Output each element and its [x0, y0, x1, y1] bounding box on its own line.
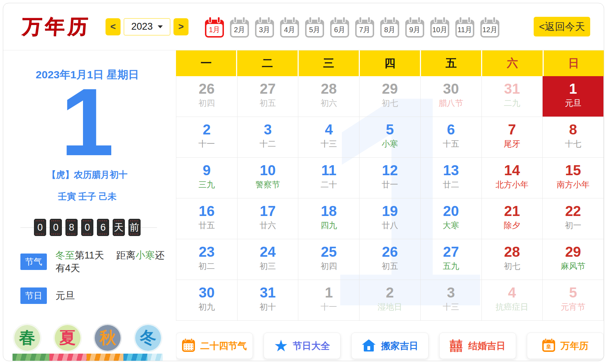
shortcut-1-button[interactable]: 二十四节气 [176, 333, 253, 359]
date-cell-31[interactable]: 31二九 [482, 76, 543, 117]
date-lunar-label: 腊八节 [439, 99, 463, 107]
calendar-ring-icon [468, 16, 471, 23]
date-cell-11[interactable]: 11二十 [298, 158, 359, 198]
year-select[interactable]: 2023 [124, 18, 170, 35]
year-navigation: < 2023 > [106, 18, 189, 35]
star-icon: ★ [274, 339, 287, 353]
shortcut-2-button[interactable]: ★节日大全 [264, 333, 341, 359]
date-cell-4[interactable]: 4十三 [298, 117, 359, 158]
date-cell-16[interactable]: 16廿五 [176, 198, 238, 239]
date-lunar-label: 十一 [199, 140, 215, 148]
date-cell-6[interactable]: 6十五 [421, 117, 482, 158]
month-tab-10[interactable]: 10月 [430, 20, 449, 38]
date-cell-27[interactable]: 27五九 [421, 239, 482, 280]
date-cell-26[interactable]: 26初五 [359, 239, 421, 280]
shortcut-4-button[interactable]: 囍结婚吉日 [439, 333, 516, 359]
date-cell-26[interactable]: 26初四 [176, 76, 238, 117]
shortcut-label: 二十四节气 [200, 340, 247, 352]
solar-term-daycount: 第11天 [75, 250, 104, 261]
date-cell-30[interactable]: 30腊八节 [421, 76, 482, 117]
date-cell-24[interactable]: 24初三 [238, 239, 299, 280]
date-lunar-label: 廿二 [443, 181, 459, 189]
date-cell-5[interactable]: 5小寒 [359, 117, 421, 158]
countdown-tile-4: 0 [81, 219, 93, 236]
date-number: 5 [386, 122, 394, 137]
calendar-ring-icon [259, 16, 262, 23]
date-cell-31[interactable]: 31初十 [238, 280, 299, 321]
date-cell-15[interactable]: 15南方小年 [543, 158, 604, 198]
month-tab-label: 6月 [332, 24, 348, 36]
back-to-today-button[interactable]: <返回今天 [534, 17, 590, 36]
month-tab-5[interactable]: 5月 [305, 20, 324, 38]
date-cell-19[interactable]: 19廿八 [359, 198, 421, 239]
month-tab-2[interactable]: 2月 [230, 20, 249, 38]
date-number: 13 [443, 163, 459, 177]
date-cell-29[interactable]: 29麻风节 [543, 239, 604, 280]
calendar-ring-icon [367, 16, 371, 23]
date-cell-14[interactable]: 14北方小年 [482, 158, 543, 198]
date-number: 12 [382, 163, 398, 177]
date-cell-2[interactable]: 2湿地日 [359, 280, 421, 321]
date-number: 18 [321, 204, 337, 218]
month-tab-9[interactable]: 9月 [405, 20, 424, 38]
calendar-icon: 皇 [542, 340, 555, 352]
date-cell-29[interactable]: 29初七 [359, 76, 421, 117]
calendar-ring-icon [334, 16, 337, 23]
shortcut-3-button[interactable]: 搬家吉日 [351, 333, 428, 359]
date-cell-5[interactable]: 5元宵节 [543, 280, 604, 321]
date-cell-21[interactable]: 21除夕 [482, 198, 543, 239]
date-cell-1[interactable]: 1十一 [298, 280, 359, 321]
date-cell-17[interactable]: 17廿六 [238, 198, 299, 239]
date-lunar-label: 小寒 [382, 140, 398, 148]
date-cell-20[interactable]: 20大寒 [421, 198, 482, 239]
month-tab-3[interactable]: 3月 [255, 20, 274, 38]
month-tab-12[interactable]: 12月 [480, 20, 499, 38]
date-cell-23[interactable]: 23初二 [176, 239, 238, 280]
calendar-ring-icon [459, 16, 462, 23]
shortcut-5-button[interactable]: 皇万年历 [527, 333, 604, 359]
date-number: 3 [264, 122, 271, 137]
date-lunar-label: 初五 [382, 262, 398, 270]
date-cell-4[interactable]: 4抗癌症日 [482, 280, 543, 321]
date-cell-2[interactable]: 2十一 [176, 117, 238, 158]
date-cell-27[interactable]: 27初五 [238, 76, 299, 117]
month-tab-6[interactable]: 6月 [330, 20, 349, 38]
month-tab-8[interactable]: 8月 [380, 20, 399, 38]
solar-term-name: 冬至 [55, 250, 75, 261]
festival-row: 节日 元旦 [3, 287, 171, 304]
calendar-ring-icon [409, 16, 412, 23]
date-cell-25[interactable]: 25初四 [298, 239, 359, 280]
date-cell-3[interactable]: 3十三 [421, 280, 482, 321]
date-cell-12[interactable]: 12廿一 [359, 158, 421, 198]
date-cell-3[interactable]: 3十二 [238, 117, 299, 158]
calendar-icon-face [183, 343, 194, 350]
date-lunar-label: 十七 [565, 140, 581, 148]
date-lunar-label: 初七 [504, 262, 520, 270]
date-cell-9[interactable]: 9三九 [176, 158, 238, 198]
calendar-ring-icon [442, 16, 446, 23]
prev-year-button[interactable]: < [106, 18, 121, 35]
month-tab-11[interactable]: 11月 [455, 20, 474, 38]
date-cell-10[interactable]: 10警察节 [238, 158, 299, 198]
date-cell-8[interactable]: 8十七 [543, 117, 604, 158]
date-cell-28[interactable]: 28初六 [298, 76, 359, 117]
date-lunar-label: 元宵节 [561, 303, 586, 311]
date-cell-13[interactable]: 13廿二 [421, 158, 482, 198]
next-year-button[interactable]: > [173, 18, 189, 35]
countdown-tile-5: 6 [97, 219, 109, 236]
month-tab-7[interactable]: 7月 [355, 20, 374, 38]
chevron-down-icon [158, 25, 163, 28]
month-tab-4[interactable]: 4月 [280, 20, 299, 38]
date-cell-22[interactable]: 22初一 [543, 198, 604, 239]
date-cell-1[interactable]: 1元旦 [543, 76, 604, 117]
date-cell-30[interactable]: 30初九 [176, 280, 238, 321]
month-tab-label: 11月 [457, 24, 473, 36]
calendar-ring-icon [209, 16, 212, 23]
month-tab-label: 5月 [307, 24, 323, 36]
date-cell-18[interactable]: 18四九 [298, 198, 359, 239]
date-number: 19 [382, 204, 398, 218]
date-cell-28[interactable]: 28初七 [482, 239, 543, 280]
date-cell-7[interactable]: 7尾牙 [482, 117, 543, 158]
month-tabs: 1月2月3月4月5月6月7月8月9月10月11月12月 [205, 16, 499, 38]
month-tab-1[interactable]: 1月 [205, 20, 224, 38]
